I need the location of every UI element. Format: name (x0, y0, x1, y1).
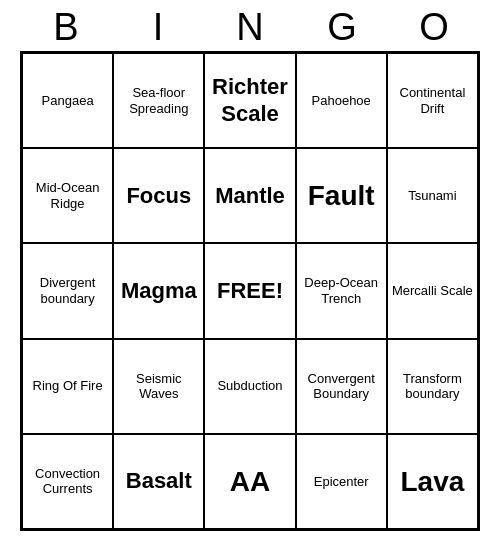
cell-r0-c4: Continental Drift (387, 53, 478, 148)
cell-r3-c4: Transform boundary (387, 339, 478, 434)
cell-r4-c0: Convection Currents (22, 434, 113, 529)
cell-r1-c0: Mid-Ocean Ridge (22, 148, 113, 243)
cell-r2-c1: Magma (113, 243, 204, 338)
cell-r2-c2: FREE! (204, 243, 295, 338)
cell-r2-c0: Divergent boundary (22, 243, 113, 338)
cell-r1-c2: Mantle (204, 148, 295, 243)
cell-r0-c0: Pangaea (22, 53, 113, 148)
cell-r3-c2: Subduction (204, 339, 295, 434)
cell-r1-c4: Tsunami (387, 148, 478, 243)
cell-r2-c3: Deep-Ocean Trench (296, 243, 387, 338)
cell-r1-c3: Fault (296, 148, 387, 243)
cell-r3-c0: Ring Of Fire (22, 339, 113, 434)
bingo-letter-g: G (301, 6, 383, 49)
cell-r2-c4: Mercalli Scale (387, 243, 478, 338)
cell-r3-c1: Seismic Waves (113, 339, 204, 434)
cell-r4-c4: Lava (387, 434, 478, 529)
bingo-letter-n: N (209, 6, 291, 49)
cell-r0-c3: Pahoehoe (296, 53, 387, 148)
bingo-letter-o: O (393, 6, 475, 49)
bingo-grid: PangaeaSea-floor SpreadingRichter ScaleP… (20, 51, 480, 531)
cell-r4-c3: Epicenter (296, 434, 387, 529)
cell-r4-c1: Basalt (113, 434, 204, 529)
cell-r0-c1: Sea-floor Spreading (113, 53, 204, 148)
bingo-letter-i: I (117, 6, 199, 49)
bingo-header: BINGO (20, 0, 480, 51)
bingo-letter-b: B (25, 6, 107, 49)
cell-r0-c2: Richter Scale (204, 53, 295, 148)
cell-r3-c3: Convergent Boundary (296, 339, 387, 434)
cell-r1-c1: Focus (113, 148, 204, 243)
cell-r4-c2: AA (204, 434, 295, 529)
